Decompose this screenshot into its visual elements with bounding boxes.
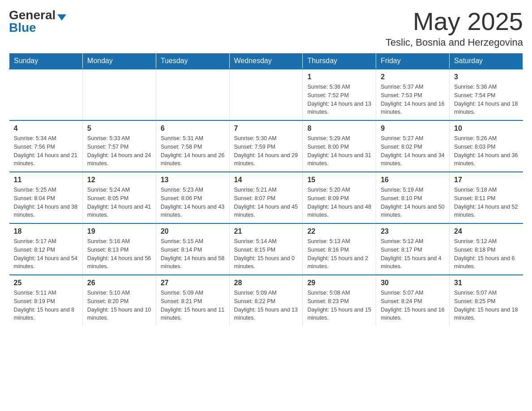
calendar-cell: 2Sunrise: 5:37 AMSunset: 7:53 PMDaylight… <box>376 69 450 120</box>
day-info: Sunrise: 5:12 AMSunset: 8:17 PMDaylight:… <box>381 237 445 271</box>
calendar-cell: 11Sunrise: 5:25 AMSunset: 8:04 PMDayligh… <box>9 172 83 223</box>
day-info: Sunrise: 5:24 AMSunset: 8:05 PMDaylight:… <box>87 186 151 219</box>
calendar-cell: 24Sunrise: 5:12 AMSunset: 8:18 PMDayligh… <box>450 223 523 275</box>
day-number: 12 <box>87 176 151 184</box>
day-number: 9 <box>381 124 445 133</box>
day-info: Sunrise: 5:13 AMSunset: 8:16 PMDaylight:… <box>307 237 371 271</box>
page-header: General Blue May 2025 Teslic, Bosnia and… <box>9 9 523 48</box>
day-number: 25 <box>14 279 78 287</box>
calendar-cell: 16Sunrise: 5:19 AMSunset: 8:10 PMDayligh… <box>376 172 450 223</box>
day-number: 11 <box>14 176 78 184</box>
week-row-3: 11Sunrise: 5:25 AMSunset: 8:04 PMDayligh… <box>9 172 523 223</box>
calendar-cell: 9Sunrise: 5:27 AMSunset: 8:02 PMDaylight… <box>376 120 450 172</box>
day-header-thursday: Thursday <box>303 53 376 69</box>
calendar-cell <box>229 69 303 120</box>
day-number: 6 <box>161 124 225 133</box>
day-number: 10 <box>454 124 518 133</box>
calendar-cell: 7Sunrise: 5:30 AMSunset: 7:59 PMDaylight… <box>229 120 303 172</box>
day-info: Sunrise: 5:36 AMSunset: 7:54 PMDaylight:… <box>454 83 518 116</box>
calendar-cell: 21Sunrise: 5:14 AMSunset: 8:15 PMDayligh… <box>229 223 303 275</box>
day-info: Sunrise: 5:29 AMSunset: 8:00 PMDaylight:… <box>307 134 371 168</box>
day-number: 20 <box>161 227 225 235</box>
day-info: Sunrise: 5:26 AMSunset: 8:03 PMDaylight:… <box>454 134 518 168</box>
calendar-cell: 22Sunrise: 5:13 AMSunset: 8:16 PMDayligh… <box>303 223 376 275</box>
calendar-cell: 27Sunrise: 5:09 AMSunset: 8:21 PMDayligh… <box>156 275 229 326</box>
calendar-cell: 28Sunrise: 5:09 AMSunset: 8:22 PMDayligh… <box>229 275 303 326</box>
calendar-cell: 4Sunrise: 5:34 AMSunset: 7:56 PMDaylight… <box>9 120 83 172</box>
day-number: 31 <box>454 279 518 287</box>
day-info: Sunrise: 5:21 AMSunset: 8:07 PMDaylight:… <box>234 186 298 219</box>
day-number: 16 <box>381 176 445 184</box>
day-info: Sunrise: 5:20 AMSunset: 8:09 PMDaylight:… <box>307 186 371 219</box>
calendar-cell: 30Sunrise: 5:07 AMSunset: 8:24 PMDayligh… <box>376 275 450 326</box>
day-header-monday: Monday <box>82 53 156 69</box>
day-number: 29 <box>307 279 371 287</box>
day-info: Sunrise: 5:37 AMSunset: 7:53 PMDaylight:… <box>381 83 445 116</box>
title-block: May 2025 Teslic, Bosnia and Herzegovina <box>386 9 523 48</box>
week-row-2: 4Sunrise: 5:34 AMSunset: 7:56 PMDaylight… <box>9 120 523 172</box>
day-header-saturday: Saturday <box>450 53 523 69</box>
day-header-friday: Friday <box>376 53 450 69</box>
day-header-wednesday: Wednesday <box>229 53 303 69</box>
logo-general-line: General <box>9 9 66 21</box>
day-info: Sunrise: 5:15 AMSunset: 8:14 PMDaylight:… <box>161 237 225 271</box>
day-info: Sunrise: 5:10 AMSunset: 8:20 PMDaylight:… <box>87 289 151 322</box>
day-info: Sunrise: 5:17 AMSunset: 8:12 PMDaylight:… <box>14 237 78 271</box>
calendar-cell: 20Sunrise: 5:15 AMSunset: 8:14 PMDayligh… <box>156 223 229 275</box>
calendar-cell <box>9 69 83 120</box>
day-number: 24 <box>454 227 518 235</box>
calendar-cell <box>82 69 156 120</box>
day-number: 17 <box>454 176 518 184</box>
day-number: 23 <box>381 227 445 235</box>
calendar-cell: 19Sunrise: 5:16 AMSunset: 8:13 PMDayligh… <box>82 223 156 275</box>
logo-general-text: General <box>9 8 56 22</box>
calendar-cell: 8Sunrise: 5:29 AMSunset: 8:00 PMDaylight… <box>303 120 376 172</box>
day-info: Sunrise: 5:09 AMSunset: 8:21 PMDaylight:… <box>161 289 225 322</box>
day-number: 2 <box>381 73 445 81</box>
calendar-cell: 25Sunrise: 5:11 AMSunset: 8:19 PMDayligh… <box>9 275 83 326</box>
calendar-cell: 31Sunrise: 5:07 AMSunset: 8:25 PMDayligh… <box>450 275 523 326</box>
day-number: 19 <box>87 227 151 235</box>
logo: General Blue <box>9 9 66 34</box>
day-info: Sunrise: 5:07 AMSunset: 8:24 PMDaylight:… <box>381 289 445 322</box>
day-number: 18 <box>14 227 78 235</box>
day-number: 26 <box>87 279 151 287</box>
day-info: Sunrise: 5:07 AMSunset: 8:25 PMDaylight:… <box>454 289 518 322</box>
day-number: 8 <box>307 124 371 133</box>
day-info: Sunrise: 5:38 AMSunset: 7:52 PMDaylight:… <box>307 83 371 116</box>
calendar-cell: 23Sunrise: 5:12 AMSunset: 8:17 PMDayligh… <box>376 223 450 275</box>
logo-triangle-icon <box>57 14 66 21</box>
day-number: 1 <box>307 73 371 81</box>
calendar-body: 1Sunrise: 5:38 AMSunset: 7:52 PMDaylight… <box>9 69 523 326</box>
day-info: Sunrise: 5:23 AMSunset: 8:06 PMDaylight:… <box>161 186 225 219</box>
day-info: Sunrise: 5:11 AMSunset: 8:19 PMDaylight:… <box>14 289 78 322</box>
day-info: Sunrise: 5:18 AMSunset: 8:11 PMDaylight:… <box>454 186 518 219</box>
day-info: Sunrise: 5:19 AMSunset: 8:10 PMDaylight:… <box>381 186 445 219</box>
day-info: Sunrise: 5:16 AMSunset: 8:13 PMDaylight:… <box>87 237 151 271</box>
calendar-header: SundayMondayTuesdayWednesdayThursdayFrid… <box>9 53 523 69</box>
day-number: 5 <box>87 124 151 133</box>
month-title: May 2025 <box>386 9 523 34</box>
calendar-cell: 10Sunrise: 5:26 AMSunset: 8:03 PMDayligh… <box>450 120 523 172</box>
day-number: 3 <box>454 73 518 81</box>
calendar-cell: 12Sunrise: 5:24 AMSunset: 8:05 PMDayligh… <box>82 172 156 223</box>
day-info: Sunrise: 5:25 AMSunset: 8:04 PMDaylight:… <box>14 186 78 219</box>
calendar-table: SundayMondayTuesdayWednesdayThursdayFrid… <box>9 53 523 326</box>
day-number: 4 <box>14 124 78 133</box>
day-number: 30 <box>381 279 445 287</box>
day-header-sunday: Sunday <box>9 53 83 69</box>
calendar-cell: 3Sunrise: 5:36 AMSunset: 7:54 PMDaylight… <box>450 69 523 120</box>
day-info: Sunrise: 5:33 AMSunset: 7:57 PMDaylight:… <box>87 134 151 168</box>
day-number: 13 <box>161 176 225 184</box>
day-number: 28 <box>234 279 298 287</box>
day-info: Sunrise: 5:27 AMSunset: 8:02 PMDaylight:… <box>381 134 445 168</box>
week-row-4: 18Sunrise: 5:17 AMSunset: 8:12 PMDayligh… <box>9 223 523 275</box>
day-header-tuesday: Tuesday <box>156 53 229 69</box>
day-info: Sunrise: 5:31 AMSunset: 7:58 PMDaylight:… <box>161 134 225 168</box>
calendar-cell: 13Sunrise: 5:23 AMSunset: 8:06 PMDayligh… <box>156 172 229 223</box>
calendar-cell <box>156 69 229 120</box>
day-number: 14 <box>234 176 298 184</box>
logo-blue-text: Blue <box>9 21 36 34</box>
week-row-1: 1Sunrise: 5:38 AMSunset: 7:52 PMDaylight… <box>9 69 523 120</box>
calendar-cell: 26Sunrise: 5:10 AMSunset: 8:20 PMDayligh… <box>82 275 156 326</box>
